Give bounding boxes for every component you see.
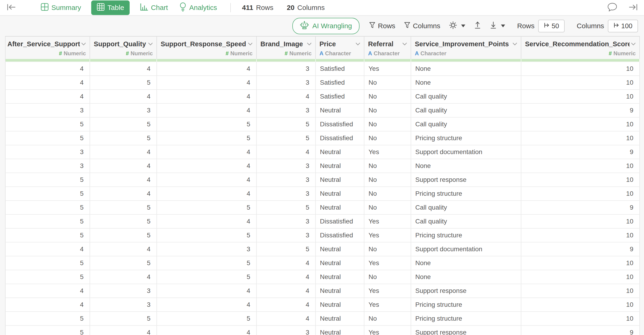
column-header-Support_Response_Speed[interactable]: Support_Response_Speed#Numeric: [157, 36, 256, 59]
table-cell: 10: [521, 117, 640, 131]
tab-summary[interactable]: Summary: [39, 1, 82, 15]
table-cell: Neutral: [316, 187, 364, 201]
table-cell: 4: [5, 62, 90, 76]
arrow-right-to-bar-icon: [628, 3, 638, 12]
column-menu-chevron-icon[interactable]: [512, 42, 517, 45]
table-cell: Yes: [364, 256, 411, 270]
toolbar-divider: [230, 3, 231, 12]
table-cell: 5: [157, 228, 256, 242]
table-cell: 4: [256, 298, 316, 312]
collapse-right-button[interactable]: [628, 3, 638, 12]
column-type-symbol: #: [285, 50, 288, 56]
table-cell: Neutral: [316, 103, 364, 117]
table-cell: Call quality: [411, 117, 521, 131]
speech-bubble-icon: [607, 2, 618, 13]
column-menu-chevron-icon[interactable]: [81, 42, 86, 45]
row-count-value: 411: [242, 4, 253, 11]
table-row: 3443NeutralNoNone10: [5, 159, 640, 173]
collapse-left-button[interactable]: [6, 3, 16, 12]
table-cell: 4: [157, 284, 256, 298]
column-header-Brand_Image[interactable]: Brand_Image#Numeric: [256, 36, 316, 59]
table-cell: 4: [5, 284, 90, 298]
rows-limit-value: 50: [552, 22, 559, 30]
table-cell: No: [364, 312, 411, 326]
tab-label: Table: [108, 4, 124, 11]
column-name: Price: [320, 40, 336, 48]
column-header-After_Service_Support[interactable]: After_Service_Support#Numeric: [5, 36, 90, 59]
table-cell: Call quality: [411, 103, 521, 117]
table-cell: 9: [521, 145, 640, 159]
table-cell: 4: [157, 187, 256, 201]
table-cell: 3: [256, 159, 316, 173]
table-area: After_Service_Support#NumericSupport_Qua…: [0, 36, 644, 335]
table-cell: 5: [5, 256, 90, 270]
column-header-Support_Quality[interactable]: Support_Quality#Numeric: [90, 36, 157, 59]
column-type: ACharacter: [415, 50, 517, 57]
column-type-symbol: #: [126, 50, 129, 56]
table-row: 4543SatisfiedNoNone10: [5, 76, 640, 89]
column-menu-chevron-icon[interactable]: [248, 42, 252, 45]
table-cell: 3: [256, 228, 316, 242]
table-cell: 4: [157, 89, 256, 103]
table-cell: 5: [157, 117, 256, 131]
table-cell: Yes: [364, 228, 411, 242]
columns-limit-input[interactable]: 100: [608, 20, 638, 32]
table-cell: 4: [90, 159, 157, 173]
rows-limit-input[interactable]: 50: [538, 20, 564, 32]
tab-table[interactable]: Table: [91, 0, 130, 15]
columns-limit-label: Columns: [577, 22, 604, 30]
column-type: #Numeric: [161, 50, 252, 57]
table-cell: 4: [157, 103, 256, 117]
filter-columns-button[interactable]: Columns: [404, 22, 440, 30]
tab-label: Summary: [52, 4, 81, 11]
download-button[interactable]: [490, 21, 505, 31]
table-cell: 10: [521, 312, 640, 326]
table-cell: 3: [256, 173, 316, 187]
column-header-Service_Recommendation_Score[interactable]: Service_Recommendation_Score#Numeric: [521, 36, 640, 59]
top-tab-bar: Summary Table Chart Analytics: [0, 0, 644, 16]
column-menu-chevron-icon[interactable]: [148, 42, 153, 45]
ai-wrangling-button[interactable]: AI Wrangling: [292, 18, 359, 34]
column-name: Referral: [368, 40, 394, 48]
table-cell: 10: [521, 228, 640, 242]
table-cell: 5: [157, 201, 256, 214]
table-cell: 3: [5, 103, 90, 117]
column-header-Price[interactable]: PriceACharacter: [316, 36, 364, 59]
column-count-label: Columns: [297, 4, 324, 11]
filter-rows-label: Rows: [378, 22, 396, 30]
table-header-row: After_Service_Support#NumericSupport_Qua…: [5, 36, 640, 59]
column-menu-chevron-icon[interactable]: [356, 42, 360, 45]
data-quality-bar-row: [5, 59, 640, 62]
settings-button[interactable]: [449, 21, 465, 31]
table-cell: Neutral: [316, 242, 364, 256]
table-cell: No: [364, 117, 411, 131]
table-cell: 3: [256, 326, 316, 335]
tab-analytics[interactable]: Analytics: [178, 0, 218, 16]
column-menu-chevron-icon[interactable]: [402, 42, 407, 45]
table-cell: 4: [157, 298, 256, 312]
table-cell: 3: [256, 62, 316, 76]
table-cell: 5: [5, 312, 90, 326]
filter-rows-button[interactable]: Rows: [369, 22, 396, 30]
table-cell: No: [364, 173, 411, 187]
table-cell: 4: [5, 242, 90, 256]
table-cell: Neutral: [316, 312, 364, 326]
column-menu-chevron-icon[interactable]: [631, 42, 636, 45]
table-cell: Yes: [364, 298, 411, 312]
table-cell: 10: [521, 89, 640, 103]
table-cell: No: [364, 242, 411, 256]
table-cell: 4: [157, 145, 256, 159]
table-cell: 9: [521, 326, 640, 335]
upload-button[interactable]: [474, 21, 481, 31]
table-cell: 5: [157, 131, 256, 145]
gear-icon: [449, 21, 457, 31]
table-cell: Support response: [411, 284, 521, 298]
column-menu-chevron-icon[interactable]: [307, 42, 312, 45]
column-header-Service_Improvement_Points[interactable]: Service_Improvement_PointsACharacter: [411, 36, 521, 59]
grid-2x2-icon: [41, 3, 48, 12]
mapsto-icon: [544, 22, 549, 30]
comment-button[interactable]: [607, 2, 618, 13]
column-header-Referral[interactable]: ReferralACharacter: [364, 36, 411, 59]
table-cell: Pricing structure: [411, 228, 521, 242]
tab-chart[interactable]: Chart: [138, 0, 169, 15]
